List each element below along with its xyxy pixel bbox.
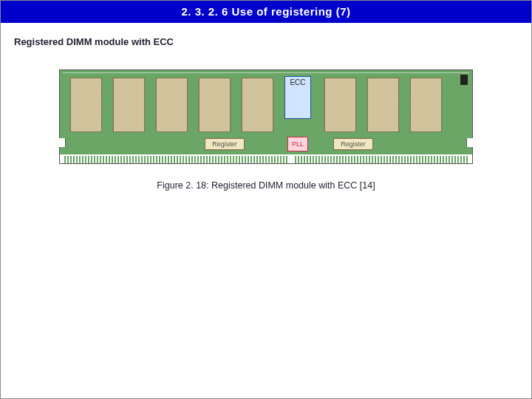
- pll-chip: PLL: [287, 137, 308, 151]
- dram-chip: [70, 78, 102, 132]
- figure-caption: Figure 2. 18: Registered DIMM module wit…: [157, 180, 375, 191]
- dimm-top-edge: [63, 72, 469, 73]
- dram-chip: [242, 78, 273, 132]
- slide-title: 2. 3. 2. 6 Use of registering (7): [181, 5, 350, 18]
- edge-contacts: [60, 154, 472, 163]
- dram-chip: [324, 78, 356, 132]
- dram-chip: [199, 78, 231, 132]
- side-notch-left: [59, 138, 66, 147]
- ecc-chip: ECC: [284, 76, 311, 119]
- slide-subtitle: Registered DIMM module with ECC: [14, 36, 531, 47]
- dram-chip: [367, 78, 399, 132]
- dram-chip: [410, 78, 442, 132]
- ecc-chip-label: ECC: [290, 78, 305, 86]
- side-notch-right: [466, 138, 473, 147]
- dram-chip: [113, 78, 145, 132]
- dram-chip: [156, 78, 188, 132]
- key-notch: [287, 154, 295, 163]
- figure-wrap: ECC Register PLL Register Figure 2. 18: …: [1, 69, 531, 191]
- register-chip: Register: [333, 138, 373, 150]
- register-chip: Register: [205, 138, 245, 150]
- dimm-module: ECC Register PLL Register: [59, 69, 473, 164]
- slide-title-bar: 2. 3. 2. 6 Use of registering (7): [1, 1, 531, 23]
- spd-chip: [460, 75, 468, 85]
